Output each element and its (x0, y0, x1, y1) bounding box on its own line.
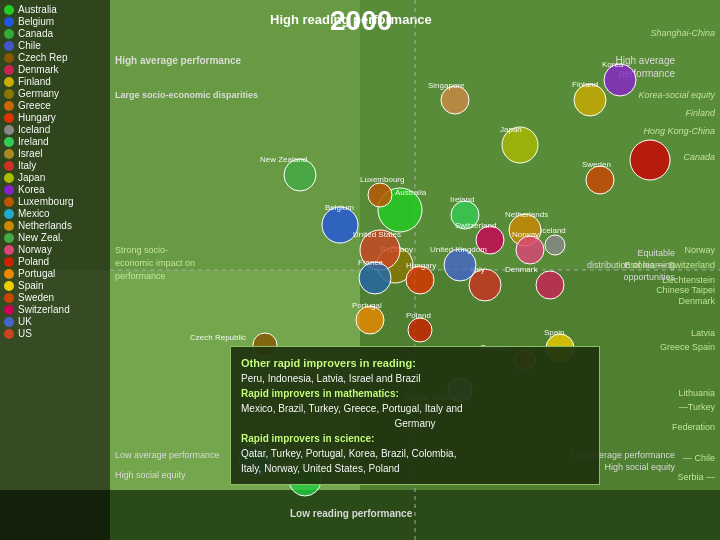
bubble-label-singapore: Singapore (428, 81, 465, 90)
bubble-label-switzerland: Switzerland (455, 221, 496, 230)
legend-label: Portugal (18, 268, 55, 279)
bubble-label-luxembourg: Luxembourg (360, 175, 404, 184)
legend-label: Sweden (18, 292, 54, 303)
legend-label: Canada (18, 28, 53, 39)
legend-dot (4, 137, 14, 147)
bubble-label-france: France (358, 258, 383, 267)
legend-dot (4, 173, 14, 183)
legend-panel: Australia Belgium Canada Chile Czech Rep… (0, 0, 110, 540)
legend-label: Luxembourg (18, 196, 74, 207)
legend-item-canada[interactable]: Canada (4, 28, 106, 39)
legend-dot (4, 5, 14, 15)
legend-item-iceland[interactable]: Iceland (4, 124, 106, 135)
legend-label: Poland (18, 256, 49, 267)
legend-item-luxembourg[interactable]: Luxembourg (4, 196, 106, 207)
legend-dot (4, 257, 14, 267)
bubble-label-netherlands: Netherlands (505, 210, 548, 219)
legend-item-denmark[interactable]: Denmark (4, 64, 106, 75)
legend-dot (4, 233, 14, 243)
legend-dot (4, 53, 14, 63)
bubble-poland[interactable] (408, 318, 432, 342)
info-title-2: Rapid improvers in mathematics: (241, 386, 589, 401)
legend-label: Spain (18, 280, 44, 291)
bubble-label-iceland: Iceland (540, 226, 566, 235)
bubble-singapore[interactable] (441, 86, 469, 114)
bubble-label-newzealand: New Zealand (260, 155, 307, 164)
legend-item-chile[interactable]: Chile (4, 40, 106, 51)
legend-label: Chile (18, 40, 41, 51)
chart-area: 2000 High reading performance High avera… (110, 0, 720, 540)
bubble-canada[interactable] (630, 140, 670, 180)
legend-label: UK (18, 316, 32, 327)
legend-dot (4, 89, 14, 99)
legend-dot (4, 17, 14, 27)
bubble-sweden[interactable] (586, 166, 614, 194)
legend-label: Korea (18, 184, 45, 195)
legend-item-greece[interactable]: Greece (4, 100, 106, 111)
legend-item-germany[interactable]: Germany (4, 88, 106, 99)
legend-dot (4, 269, 14, 279)
legend-item-finland[interactable]: Finland (4, 76, 106, 87)
main-container: Australia Belgium Canada Chile Czech Rep… (0, 0, 720, 540)
info-line-1: Peru, Indonesia, Latvia, Israel and Braz… (241, 371, 589, 386)
bubble-label-japan: Japan (500, 125, 522, 134)
legend-item-korea[interactable]: Korea (4, 184, 106, 195)
legend-dot (4, 317, 14, 327)
legend-item-sweden[interactable]: Sweden (4, 292, 106, 303)
legend-label: Norway (18, 244, 52, 255)
bubble-iceland[interactable] (545, 235, 565, 255)
bubble-luxembourg[interactable] (368, 183, 392, 207)
legend-dot (4, 113, 14, 123)
info-title-1: Other rapid improvers in reading: (241, 355, 589, 372)
legend-item-mexico[interactable]: Mexico (4, 208, 106, 219)
legend-dot (4, 101, 14, 111)
legend-item-japan[interactable]: Japan (4, 172, 106, 183)
bubble-portugal[interactable] (356, 306, 384, 334)
legend-dot (4, 29, 14, 39)
legend-item-australia[interactable]: Australia (4, 4, 106, 15)
legend-dot (4, 197, 14, 207)
legend-item-czech-rep[interactable]: Czech Rep (4, 52, 106, 63)
info-line-2b: Germany (241, 416, 589, 431)
legend-dot (4, 125, 14, 135)
legend-label: Switzerland (18, 304, 70, 315)
legend-item-spain[interactable]: Spain (4, 280, 106, 291)
legend-dot (4, 329, 14, 339)
legend-label: Iceland (18, 124, 50, 135)
legend-item-netherlands[interactable]: Netherlands (4, 220, 106, 231)
bubble-denmark[interactable] (536, 271, 564, 299)
legend-item-us[interactable]: US (4, 328, 106, 339)
legend-item-hungary[interactable]: Hungary (4, 112, 106, 123)
bubble-label-denmark: Denmark (505, 265, 538, 274)
legend-item-new-zeal.[interactable]: New Zeal. (4, 232, 106, 243)
bubble-norway[interactable] (516, 236, 544, 264)
legend-item-ireland[interactable]: Ireland (4, 136, 106, 147)
legend-label: Ireland (18, 136, 49, 147)
legend-label: US (18, 328, 32, 339)
bubble-label-uk: United Kingdom (430, 245, 487, 254)
legend-label: Mexico (18, 208, 50, 219)
info-title-3: Rapid improvers in science: (241, 431, 589, 446)
info-box: Other rapid improvers in reading: Peru, … (230, 346, 600, 486)
legend-dot (4, 41, 14, 51)
bubble-label-sweden: Sweden (582, 160, 611, 169)
legend-item-uk[interactable]: UK (4, 316, 106, 327)
legend-label: Japan (18, 172, 45, 183)
legend-dot (4, 65, 14, 75)
bubble-label-belgium: Belgium (325, 203, 354, 212)
info-line-2: Mexico, Brazil, Turkey, Greece, Portugal… (241, 401, 589, 416)
legend-item-israel[interactable]: Israel (4, 148, 106, 159)
legend-dot (4, 293, 14, 303)
legend-item-norway[interactable]: Norway (4, 244, 106, 255)
legend-item-belgium[interactable]: Belgium (4, 16, 106, 27)
legend-label: Italy (18, 160, 36, 171)
legend-item-portugal[interactable]: Portugal (4, 268, 106, 279)
bubble-hungary[interactable] (406, 266, 434, 294)
legend-item-italy[interactable]: Italy (4, 160, 106, 171)
bubble-label-norway: Norway (512, 230, 539, 239)
legend-label: Finland (18, 76, 51, 87)
legend-dot (4, 185, 14, 195)
legend-item-switzerland[interactable]: Switzerland (4, 304, 106, 315)
legend-item-poland[interactable]: Poland (4, 256, 106, 267)
legend-label: Belgium (18, 16, 54, 27)
